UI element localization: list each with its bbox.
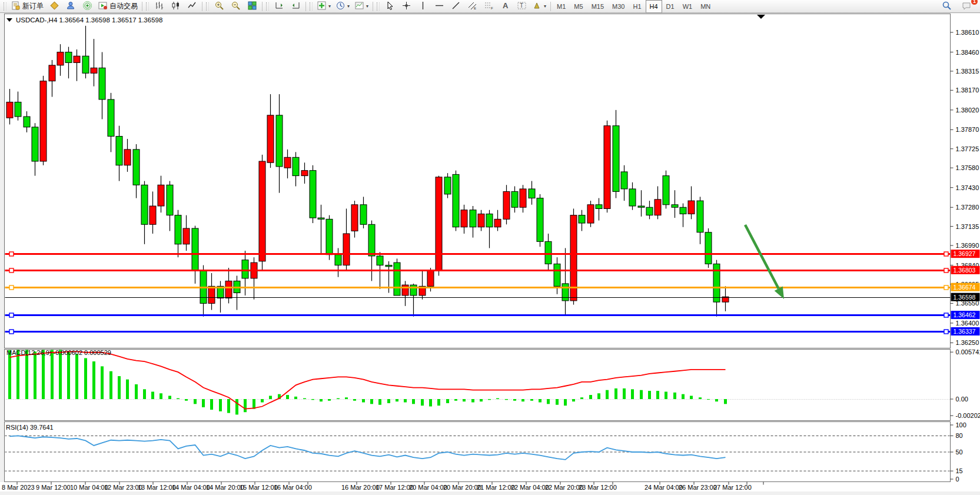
toolbar-separator	[305, 2, 306, 11]
line-chart-icon	[187, 1, 197, 12]
auto-trading-button[interactable]: 自动交易	[95, 0, 140, 13]
toolbar-grip	[266, 2, 269, 11]
svg-text:1.37870: 1.37870	[956, 126, 979, 133]
indicators-button[interactable]: ▾	[314, 0, 333, 13]
toolbar-separator	[262, 2, 263, 11]
zoom-out-button[interactable]	[227, 0, 244, 13]
candlestick-chart-button[interactable]	[167, 0, 184, 13]
timeframe-h4-button[interactable]: H4	[646, 0, 662, 13]
trendline-button[interactable]	[447, 0, 464, 13]
svg-text:1.36803: 1.36803	[954, 267, 976, 274]
text-label-button[interactable]: T	[513, 0, 530, 13]
timeframe-h1-button[interactable]: H1	[629, 0, 645, 13]
timeframe-m15-button[interactable]: M15	[587, 0, 608, 13]
new-order-label: 新订单	[22, 1, 44, 11]
svg-text:1.37430: 1.37430	[956, 184, 979, 191]
chevron-down-icon: ▾	[347, 4, 350, 9]
crosshair-button[interactable]	[398, 0, 414, 13]
line-handle[interactable]	[9, 330, 14, 334]
signals-button[interactable]	[79, 0, 95, 13]
svg-text:A: A	[503, 1, 509, 10]
toolbar-separator	[202, 2, 202, 11]
equidistant-channel-button[interactable]: E	[464, 0, 480, 13]
line-handle[interactable]	[9, 268, 14, 273]
text-button[interactable]: A	[497, 0, 513, 13]
svg-text:-0.002027: -0.002027	[956, 412, 980, 419]
toolbar-grip	[377, 2, 380, 11]
svg-text:15 Mar 12:00: 15 Mar 12:00	[240, 484, 278, 491]
svg-text:23 Mar 12:00: 23 Mar 12:00	[579, 484, 617, 491]
timeframe-w1-button[interactable]: W1	[679, 0, 697, 13]
chart-canvas[interactable]: USDCAD-,H4 1.36564 1.36598 1.36517 1.365…	[0, 0, 980, 495]
chart-title: USDCAD-,H4 1.36564 1.36598 1.36517 1.365…	[16, 16, 162, 24]
zoom-in-icon	[214, 1, 224, 12]
svg-text:0: 0	[956, 476, 959, 483]
chat-button[interactable]: 1	[958, 0, 975, 13]
trendline-icon	[451, 1, 461, 12]
line-chart-button[interactable]	[184, 0, 200, 13]
svg-text:22 Mar 20:00: 22 Mar 20:00	[545, 484, 583, 491]
svg-text:T: T	[520, 2, 523, 9]
line-handle[interactable]	[944, 285, 948, 290]
auto-scroll-icon	[291, 1, 301, 12]
vertical-line-button[interactable]	[414, 0, 431, 13]
text-icon: A	[500, 1, 510, 12]
crosshair-icon	[401, 1, 411, 12]
channel-icon: E	[467, 1, 477, 12]
fibonacci-button[interactable]: F	[480, 0, 497, 13]
macd-label: MACD(12,26,9) -0.000602 0.000529	[6, 349, 111, 356]
new-order-button[interactable]: 新订单	[8, 0, 46, 13]
line-handle[interactable]	[944, 313, 948, 317]
candlestick-icon	[171, 1, 181, 12]
svg-text:1.36990: 1.36990	[956, 242, 979, 249]
chart-shift-icon	[274, 1, 284, 12]
search-button[interactable]	[938, 0, 955, 13]
cursor-button[interactable]	[381, 0, 398, 13]
svg-text:1.36598: 1.36598	[954, 294, 976, 301]
line-handle[interactable]	[9, 252, 14, 256]
svg-text:50: 50	[956, 449, 963, 456]
line-handle[interactable]	[9, 313, 14, 317]
svg-text:1.37725: 1.37725	[956, 145, 979, 152]
line-handle[interactable]	[9, 285, 14, 290]
periods-button[interactable]: ▾	[333, 0, 352, 13]
line-handle[interactable]	[944, 330, 948, 334]
auto-scroll-button[interactable]	[287, 0, 304, 13]
arrows-button[interactable]: ▾	[530, 0, 549, 13]
timeframe-mn-button[interactable]: MN	[696, 0, 715, 13]
svg-text:1.36462: 1.36462	[954, 311, 976, 318]
svg-text:1.37580: 1.37580	[956, 164, 979, 171]
bar-chart-button[interactable]	[151, 0, 167, 13]
svg-text:14 Mar 20:00: 14 Mar 20:00	[206, 484, 244, 491]
chevron-down-icon: ▾	[328, 4, 331, 9]
timeframe-m1-button[interactable]: M1	[553, 0, 570, 13]
templates-button[interactable]: ▾	[352, 0, 371, 13]
chat-icon	[962, 1, 972, 12]
horizontal-line-button[interactable]	[431, 0, 447, 13]
svg-text:20 Mar 20:00: 20 Mar 20:00	[443, 484, 481, 491]
timeframe-d1-button[interactable]: D1	[662, 0, 679, 13]
line-handle[interactable]	[944, 252, 948, 256]
line-handle[interactable]	[944, 268, 948, 273]
svg-text:0.005741: 0.005741	[956, 348, 980, 356]
svg-text:1.36927: 1.36927	[954, 250, 976, 257]
signals-icon	[82, 1, 92, 12]
timeframe-m5-button[interactable]: M5	[570, 0, 587, 13]
toolbar-grip	[310, 2, 313, 11]
tile-windows-button[interactable]	[244, 0, 260, 13]
svg-text:22 Mar 04:00: 22 Mar 04:00	[511, 484, 549, 491]
chevron-down-icon: ▾	[544, 4, 546, 9]
svg-text:1.38170: 1.38170	[956, 87, 979, 94]
chart-shift-button[interactable]	[271, 0, 287, 13]
zoom-out-icon	[231, 1, 241, 12]
zoom-in-button[interactable]	[211, 0, 227, 13]
chart-window-button[interactable]	[46, 0, 62, 13]
svg-text:100: 100	[956, 421, 966, 428]
timeframe-m30-button[interactable]: M30	[608, 0, 629, 13]
svg-text:10 Mar 04:00: 10 Mar 04:00	[70, 484, 108, 491]
svg-text:21 Mar 12:00: 21 Mar 12:00	[477, 484, 515, 491]
svg-text:E: E	[474, 6, 476, 10]
svg-text:1.38460: 1.38460	[956, 49, 979, 56]
svg-text:12 Mar 23:00: 12 Mar 23:00	[104, 484, 142, 491]
market-watch-button[interactable]	[62, 0, 79, 13]
